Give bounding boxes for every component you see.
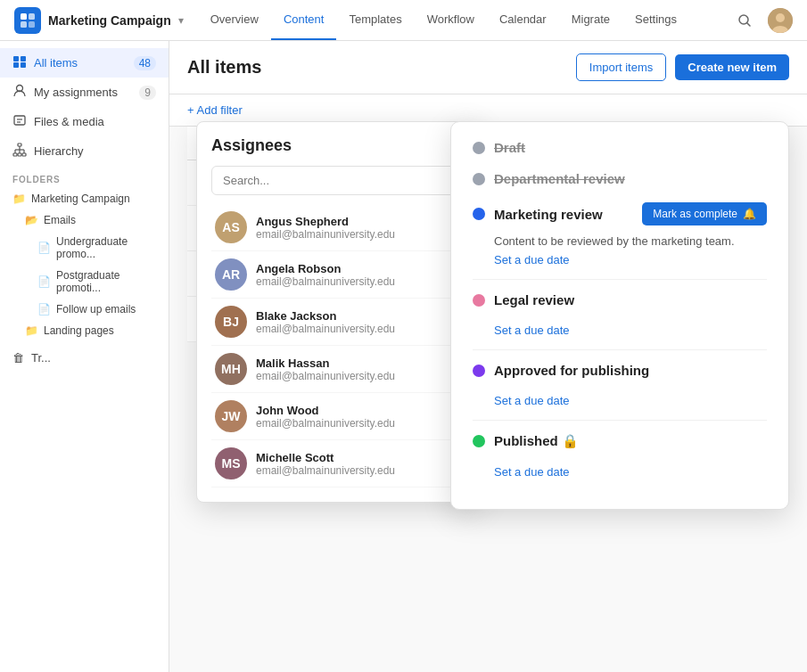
main-actions: Import items Create new item <box>576 53 789 94</box>
mark-complete-label: Mark as complete <box>653 208 737 220</box>
assignee-row[interactable]: AR Angela Robson email@balmainuniversity… <box>211 251 466 299</box>
folder-label: Marketing Campaign <box>31 193 130 205</box>
assignee-avatar: MS <box>215 447 247 479</box>
wf-step-approved: Approved for publishing <box>473 363 767 378</box>
files-label: Files & media <box>34 115 156 128</box>
all-items-count: 48 <box>134 56 156 70</box>
assignee-avatar: MH <box>215 353 247 385</box>
nav-workflow[interactable]: Workflow <box>415 0 487 40</box>
assignee-name: John Wood <box>256 404 395 417</box>
import-button[interactable]: Import items <box>576 53 667 81</box>
wf-set-date-approved[interactable]: Set a due date <box>494 394 767 407</box>
svg-rect-17 <box>18 143 21 146</box>
search-icon[interactable] <box>732 8 757 33</box>
wf-label-legal: Legal review <box>494 292 574 307</box>
nav-right <box>732 8 793 33</box>
wf-step-departmental: Departmental review <box>473 171 767 186</box>
wf-set-date-published[interactable]: Set a due date <box>494 465 767 479</box>
svg-rect-2 <box>21 21 27 28</box>
svg-rect-14 <box>14 116 25 125</box>
wf-label-published: Published 🔒 <box>494 433 579 449</box>
page-title: All items <box>187 57 261 90</box>
folder-icon: 📁 <box>12 193 26 205</box>
bell-icon: 🔔 <box>743 208 756 220</box>
all-items-label: All items <box>34 56 127 70</box>
wf-description-marketing: Content to be reviewed by the marketing … <box>494 234 767 248</box>
folder-follow-up[interactable]: 📄 Follow up emails <box>0 299 169 320</box>
add-filter-button[interactable]: + Add filter <box>187 103 243 117</box>
project-name[interactable]: Marketing Campaign <box>48 13 171 28</box>
all-items-icon <box>12 54 27 71</box>
create-button[interactable]: Create new item <box>675 54 789 80</box>
nav-content[interactable]: Content <box>271 0 337 40</box>
nav-templates[interactable]: Templates <box>336 0 414 40</box>
svg-rect-3 <box>29 21 35 28</box>
sidebar-item-hierarchy[interactable]: Hierarchy <box>0 136 169 166</box>
assignee-email: email@balmainuniversity.edu <box>256 275 395 288</box>
assignee-info: Blake Jackson email@balmainuniversity.ed… <box>256 309 395 335</box>
nav-migrate[interactable]: Migrate <box>559 0 622 40</box>
sidebar-item-all-items[interactable]: All items 48 <box>0 48 169 78</box>
nav-overview[interactable]: Overview <box>198 0 271 40</box>
wf-step-draft: Draft <box>473 140 767 155</box>
folder-undergraduate[interactable]: 📄 Undergraduate promo... <box>0 231 169 265</box>
trash-icon: 🗑 <box>12 351 24 365</box>
user-avatar[interactable] <box>768 8 793 33</box>
sidebar-item-my-assignments[interactable]: My assignments 9 <box>0 78 169 107</box>
my-assignments-icon <box>12 84 27 101</box>
wf-dot-legal <box>473 294 485 307</box>
wf-dot-draft <box>473 142 485 154</box>
assignee-row[interactable]: BJ Blake Jackson email@balmainuniversity… <box>211 299 466 346</box>
mark-complete-button[interactable]: Mark as complete 🔔 <box>642 202 767 225</box>
top-nav: Marketing Campaign ▾ Overview Content Te… <box>0 0 807 41</box>
assignee-email: email@balmainuniversity.edu <box>256 464 395 477</box>
assignee-row[interactable]: JW John Wood email@balmainuniversity.edu <box>211 393 466 440</box>
svg-rect-0 <box>21 13 27 20</box>
file-icon: 📄 <box>37 242 51 254</box>
folder-label: Emails <box>44 214 76 226</box>
assignee-info: Malik Hassan email@balmainuniversity.edu <box>256 356 395 382</box>
nav-calendar[interactable]: Calendar <box>487 0 559 40</box>
assignee-info: Angus Shepherd email@balmainuniversity.e… <box>256 215 395 241</box>
hierarchy-icon <box>12 143 27 160</box>
assignees-search-input[interactable] <box>211 166 466 195</box>
assignees-panel: Assignees AS Angus Shepherd email@balmai… <box>196 121 482 503</box>
assignee-row[interactable]: MH Malik Hassan email@balmainuniversity.… <box>211 346 466 393</box>
nav-settings[interactable]: Settings <box>622 0 689 40</box>
svg-rect-1 <box>29 13 35 20</box>
folder-postgraduate[interactable]: 📄 Postgraduate promoti... <box>0 265 169 299</box>
folder-emails[interactable]: 📂 Emails <box>0 209 169 231</box>
assignee-row[interactable]: MS Michelle Scott email@balmainuniversit… <box>211 440 466 488</box>
folder-marketing-campaign[interactable]: 📁 Marketing Campaign <box>0 188 169 209</box>
wf-dot-marketing <box>473 208 485 220</box>
nav-links: Overview Content Templates Workflow Cale… <box>198 0 732 40</box>
folder-label: Follow up emails <box>56 303 136 316</box>
trash-item[interactable]: 🗑 Tr... <box>0 345 169 371</box>
my-assignments-count: 9 <box>139 86 156 100</box>
assignee-info: Michelle Scott email@balmainuniversity.e… <box>256 451 395 477</box>
assignee-name: Malik Hassan <box>256 356 395 370</box>
assignee-email: email@balmainuniversity.edu <box>256 370 395 382</box>
wf-step-published: Published 🔒 <box>473 433 767 449</box>
svg-rect-11 <box>13 62 19 68</box>
sidebar-item-files-media[interactable]: Files & media <box>0 107 169 136</box>
main-header: All items Import items Create new item <box>169 41 807 94</box>
svg-point-7 <box>776 13 785 22</box>
files-icon <box>12 113 27 130</box>
wf-set-date-legal[interactable]: Set a due date <box>494 324 767 337</box>
trash-label: Tr... <box>31 351 51 365</box>
my-assignments-label: My assignments <box>34 86 132 99</box>
main-content: All items Import items Create new item +… <box>169 41 807 672</box>
folder-label: Postgraduate promoti... <box>56 269 156 294</box>
assignee-avatar: BJ <box>215 306 247 338</box>
assignee-row[interactable]: AS Angus Shepherd email@balmainuniversit… <box>211 204 466 251</box>
assignee-info: Angela Robson email@balmainuniversity.ed… <box>256 262 395 288</box>
wf-set-date-marketing[interactable]: Set a due date <box>494 253 767 266</box>
assignee-name: Michelle Scott <box>256 451 395 464</box>
folders-section-label: FOLDERS <box>0 166 169 188</box>
folder-landing-pages[interactable]: 📁 Landing pages <box>0 320 169 341</box>
assignee-email: email@balmainuniversity.edu <box>256 228 395 241</box>
sidebar: All items 48 My assignments 9 Files & me… <box>0 41 169 672</box>
folder-label: Undergraduate promo... <box>56 235 156 260</box>
wf-label-marketing: Marketing review <box>494 207 603 222</box>
